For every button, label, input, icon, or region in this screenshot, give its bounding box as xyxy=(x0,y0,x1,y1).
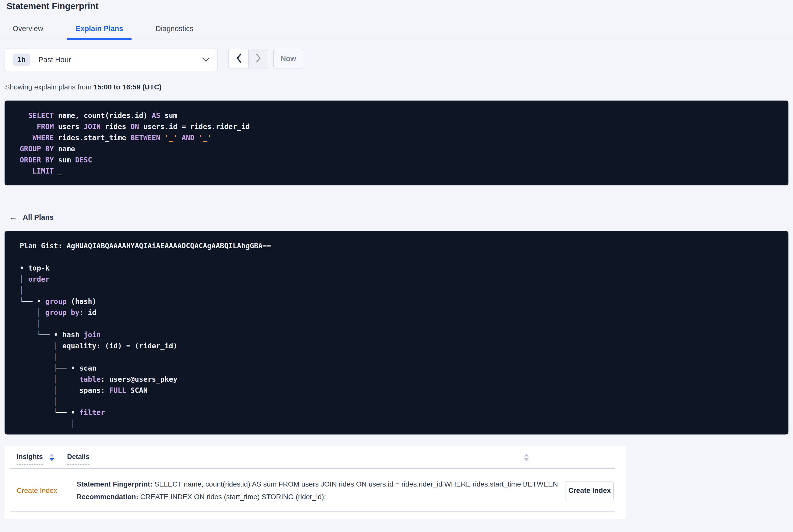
insights-card: Insights Details Create Index Statement … xyxy=(4,445,626,519)
plan-gist-text: Plan Gist: AgHUAQIABQAAAAHYAQIAiAEAAAADC… xyxy=(20,241,778,252)
sql-statement-block: SELECT name, count(rides.id) AS sum FROM… xyxy=(4,100,789,185)
recommendation-line: Recommendation: CREATE INDEX ON rides (s… xyxy=(77,493,558,501)
time-controls: 1h Past Hour Now xyxy=(4,48,793,71)
table-row: Create Index Statement Fingerprint: SELE… xyxy=(4,469,626,501)
time-range-label: Past Hour xyxy=(38,56,71,64)
arrow-left-icon: ← xyxy=(9,213,17,222)
next-time-button[interactable] xyxy=(248,49,268,68)
all-plans-label: All Plans xyxy=(23,213,54,222)
time-range-select[interactable]: 1h Past Hour xyxy=(4,48,218,71)
sort-icon-details[interactable] xyxy=(524,454,529,461)
all-plans-link[interactable]: ← All Plans xyxy=(9,213,54,222)
tab-overview[interactable]: Overview xyxy=(4,24,52,39)
sort-icon-insights[interactable] xyxy=(50,454,54,461)
sort-down-arrow xyxy=(524,458,529,461)
sort-up-arrow xyxy=(524,454,529,456)
previous-time-button[interactable] xyxy=(229,49,248,68)
fingerprint-text: SELECT name, count(rides.id) AS sum FROM… xyxy=(152,480,558,488)
time-range-badge: 1h xyxy=(13,54,30,66)
fingerprint-label: Statement Fingerprint: xyxy=(77,480,152,488)
sort-down-arrow xyxy=(50,458,54,461)
page-root: Statement Fingerprint Overview Explain P… xyxy=(0,0,793,519)
now-button[interactable]: Now xyxy=(273,49,303,69)
chevron-left-icon xyxy=(236,54,242,64)
sort-up-arrow xyxy=(50,454,54,456)
recommendation-label: Recommendation: xyxy=(77,493,138,501)
chevron-down-icon xyxy=(202,57,210,62)
time-nav-group xyxy=(228,49,268,69)
column-header-details[interactable]: Details xyxy=(67,453,90,464)
row-divider xyxy=(10,511,615,512)
section-divider xyxy=(4,205,789,205)
plan-gist-block: Plan Gist: AgHUAQIABQAAAAHYAQIAiAEAAAADC… xyxy=(4,231,789,435)
insights-table-header: Insights Details xyxy=(4,453,626,464)
page-title: Statement Fingerprint xyxy=(0,0,793,11)
create-index-button[interactable]: Create Index xyxy=(566,481,613,500)
tab-explain-plans[interactable]: Explain Plans xyxy=(67,24,132,39)
insight-type-link[interactable]: Create Index xyxy=(17,487,77,495)
plan-tree: • top-k│ order│└── • group (hash) │ grou… xyxy=(20,263,778,430)
fingerprint-line: Statement Fingerprint: SELECT name, coun… xyxy=(77,480,558,489)
tab-diagnostics[interactable]: Diagnostics xyxy=(147,24,202,39)
status-prefix: Showing explain plans from xyxy=(5,83,94,91)
recommendation-text: CREATE INDEX ON rides (start_time) STORI… xyxy=(138,493,326,501)
sql-code: SELECT name, count(rides.id) AS sum FROM… xyxy=(20,110,778,177)
status-time-range: 15:00 to 16:59 (UTC) xyxy=(94,83,162,91)
chevron-right-icon xyxy=(256,54,261,64)
column-header-insights[interactable]: Insights xyxy=(17,453,43,464)
tab-bar: Overview Explain Plans Diagnostics xyxy=(0,24,793,39)
insight-details-cell: Statement Fingerprint: SELECT name, coun… xyxy=(77,480,558,501)
status-line: Showing explain plans from 15:00 to 16:5… xyxy=(5,83,793,92)
